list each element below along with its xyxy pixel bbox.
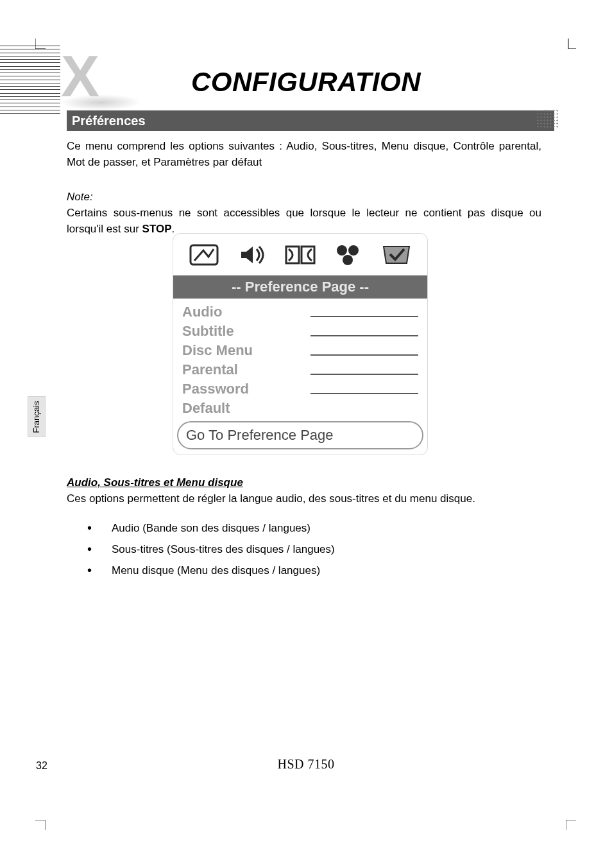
check-icon [375,241,418,269]
dolby-icon [278,241,321,269]
osd-icon-row [173,234,427,275]
section-header: Préférences [67,110,554,131]
display-icon [182,241,225,269]
osd-item-audio: Audio [182,302,418,322]
note-bold: STOP [142,223,172,235]
language-tab-label: Français [32,401,42,433]
note-text-after: . [172,223,175,235]
osd-item-default: Default [182,399,418,418]
page-title: CONFIGURATION [0,67,612,98]
osd-item-line-icon [310,316,418,317]
osd-item-label: Password [182,381,310,397]
svg-point-4 [348,245,359,256]
subsection-desc: Ces options permettent de régler la lang… [67,491,541,507]
osd-item-line-icon [310,374,418,375]
note-label: Note: [67,189,541,205]
language-tab: Français [28,396,46,437]
crop-mark-bl [35,820,46,833]
video-icon [327,241,370,269]
subsection-title: Audio, Sous-titres et Menu disque [67,475,541,491]
bullet-item: Sous-titres (Sous-titres des disques / l… [87,542,541,558]
osd-item-line-icon [310,354,418,356]
section-header-label: Préférences [72,114,146,128]
osd-item-subtitle: Subtitle [182,322,418,341]
osd-screenshot: -- Preference Page -- Audio Subtitle Dis… [173,233,428,455]
osd-item-label: Disc Menu [182,342,310,359]
osd-item-label: Default [182,400,310,417]
osd-item-label: Audio [182,304,310,320]
svg-point-3 [337,245,347,256]
bullet-list: Audio (Bande son des disques / langues) … [67,521,541,578]
intro-content: Ce menu comprend les options suivantes :… [67,139,541,237]
subsection-block: Audio, Sous-titres et Menu disque Ces op… [67,475,541,584]
speaker-icon [230,241,273,269]
osd-goto-bar: Go To Preference Page [177,421,423,449]
osd-item-parental: Parental [182,360,418,379]
bullet-item: Audio (Bande son des disques / langues) [87,521,541,537]
osd-menu-list: Audio Subtitle Disc Menu Parental Passwo… [173,299,427,418]
osd-item-password: Password [182,379,418,399]
osd-item-line-icon [310,393,418,394]
note-text: Certains sous-menus ne sont accessibles … [67,205,541,237]
osd-item-label: Subtitle [182,323,310,340]
osd-item-label: Parental [182,361,310,378]
osd-item-line-icon [310,335,418,336]
intro-paragraph: Ce menu comprend les options suivantes :… [67,139,541,170]
dots-decor-icon [536,109,559,128]
svg-point-5 [343,255,353,265]
crop-mark-tr [566,39,576,52]
osd-page-title: -- Preference Page -- [173,275,427,299]
bullet-item: Menu disque (Menu des disques / langues) [87,563,541,579]
crop-mark-br [566,820,576,833]
osd-item-disc-menu: Disc Menu [182,341,418,360]
footer-model: HЅD 7150 [0,757,612,772]
svg-rect-0 [191,245,217,265]
note-text-before: Certains sous-menus ne sont accessibles … [67,207,541,235]
